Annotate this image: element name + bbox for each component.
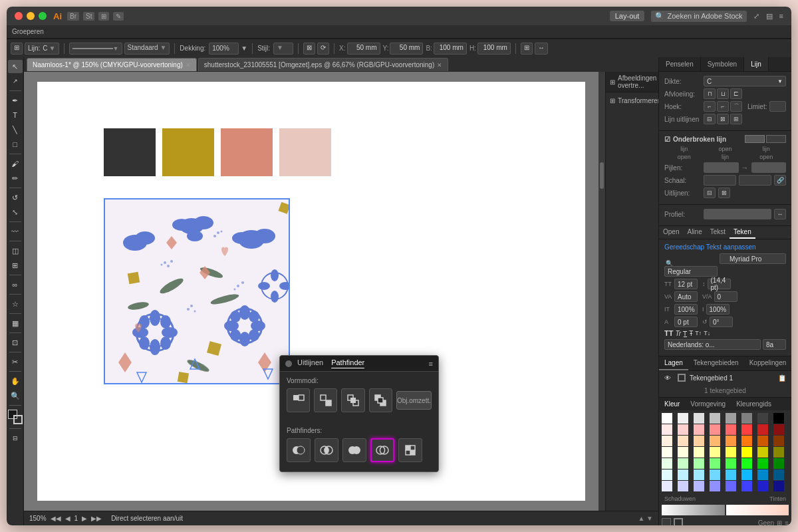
dikte-dropdown[interactable]: C ▼ [704,76,786,86]
color-swatch-item[interactable] [662,481,672,491]
color-swatch-item[interactable] [662,469,672,480]
language-input[interactable]: Nederlands: o... [664,339,761,350]
color-swatch-item[interactable] [710,436,720,446]
bottom-stroke[interactable] [674,518,683,525]
v-scale-input[interactable]: 100% [706,304,730,315]
profiel-btn[interactable]: ↔ [774,209,786,219]
stroke-color[interactable] [13,415,23,424]
color-swatch-item[interactable] [694,469,704,480]
color-swatch-item[interactable] [757,481,768,491]
color-swatch-item[interactable] [741,481,752,491]
lijn-dropdown[interactable]: Lijn: C ▼ [25,43,59,55]
h-scale-input[interactable]: 100% [674,304,698,315]
schaal-input2[interactable] [739,175,771,186]
bottom-fill[interactable] [662,518,671,525]
vm-btn3[interactable] [341,388,364,412]
afv-btn1[interactable]: ⊓ [704,88,716,99]
color-swatch-item[interactable] [662,413,672,424]
color-swatch-item[interactable] [773,458,784,469]
grid-icon[interactable]: ⊞ [98,12,109,21]
color-swatch-item[interactable] [678,436,688,446]
pen-icon[interactable]: ✎ [113,12,124,21]
color-swatch-item[interactable] [757,413,768,424]
mode-btn[interactable]: ⊞ [11,43,23,55]
vm-btn2[interactable] [314,388,337,412]
hoek-btn1[interactable]: ⌐ [704,101,716,112]
color-swatch-item[interactable] [694,413,704,424]
prev-btn[interactable]: ◀ [65,515,70,522]
hoek-btn2[interactable]: ⌐ [717,101,729,112]
color-swatch-item[interactable] [678,447,688,458]
h-input[interactable]: 100 mm [477,43,511,55]
color-swatch-item[interactable] [678,469,688,480]
kleurengids-tab[interactable]: Kleurengids [731,398,777,410]
warp-tool[interactable]: 〰 [8,225,23,238]
color-swatch-item[interactable] [726,481,736,491]
gradient-tool[interactable]: ◫ [8,244,23,257]
color-swatch-item[interactable] [741,458,752,469]
bl-opt2[interactable] [766,135,786,143]
tab-lijn[interactable]: Lijn [744,57,769,71]
omzett-btn[interactable]: Obj.omzett. [396,391,432,410]
vm-btn4[interactable] [369,388,392,412]
pf-btn3[interactable] [342,438,366,462]
pf-btn5[interactable] [398,438,422,462]
bottom-icon2[interactable]: ≡ [785,519,789,526]
uitlijnen-tab[interactable]: Uitlijnen [297,358,323,368]
rotate-input[interactable]: 0° [710,317,733,327]
color-swatch-item[interactable] [741,424,752,435]
slice-tool[interactable]: ✂ [8,355,23,368]
zoom-tool[interactable]: 🔍 [8,389,23,402]
tab-2-close[interactable]: ✕ [437,62,442,68]
tab-1[interactable]: Naamloos-1* @ 150% (CMYK/GPU-voorvertoni… [27,58,197,71]
color-swatch-item[interactable] [726,413,736,424]
artboard-tool[interactable]: ⊡ [8,336,23,349]
color-swatch-item[interactable] [773,469,784,480]
afv-btn3[interactable]: ⊏ [730,88,742,99]
standaard-btn[interactable]: Standaard ▼ [124,43,170,55]
scale-tool[interactable]: ⤡ [8,205,23,219]
menu-icon[interactable]: ≡ [779,12,783,20]
color-swatch-item[interactable] [662,458,672,469]
rotate-tool[interactable]: ↺ [8,191,23,204]
vm-btn1[interactable] [287,388,310,412]
color-swatch-item[interactable] [710,447,720,458]
color-swatch-item[interactable] [757,436,768,446]
pencil-tool[interactable]: ✏ [8,172,23,185]
pf-btn4[interactable] [370,438,394,462]
baseline-input[interactable]: 0 pt [674,317,698,327]
color-swatch-item[interactable] [710,481,720,491]
color-swatch-item[interactable] [710,413,720,424]
color-swatch-item[interactable] [710,469,720,480]
ligatures-input[interactable]: 8a [763,339,786,350]
b-input[interactable]: 100 mm [434,43,467,55]
minimize-button[interactable] [27,12,35,20]
dekking-input[interactable]: 100% [209,43,239,55]
kleur-tab[interactable]: Kleur [659,398,685,410]
type-tool[interactable]: T [8,108,23,122]
color-swatch-item[interactable] [678,458,688,469]
vormgeving-tab[interactable]: Vormgeving [685,398,731,410]
color-swatch-item[interactable] [662,447,672,458]
color-swatch-item[interactable] [678,481,688,491]
uitl-btn2[interactable]: ⊠ [717,114,729,124]
paintbrush-tool[interactable]: 🖌 [8,157,23,170]
x-input[interactable]: 50 mm [347,43,380,55]
teken-btn[interactable]: Teken [730,226,755,239]
color-swatch-item[interactable] [757,447,768,458]
layer-item-1[interactable]: 👁 Tekengebied 1 📋 [659,371,791,384]
color-swatch-item[interactable] [757,458,768,469]
hand-tool[interactable]: ✋ [8,374,23,388]
color-swatch-item[interactable] [741,469,752,480]
extra-btn1[interactable]: ⊞ [521,43,533,55]
schaal-link[interactable]: 🔗 [774,175,786,186]
uitl2-btn2[interactable]: ⊠ [718,188,730,198]
pf-btn2[interactable] [315,438,338,462]
color-swatch-item[interactable] [726,458,736,469]
color-swatch-item[interactable] [694,424,704,435]
next-page-btn[interactable]: ▶▶ [91,515,102,522]
tekst-btn[interactable]: Tekst [706,226,730,239]
transformeren-btn[interactable]: ⊞ Transformeren [610,95,654,106]
kerning-input[interactable]: 0 [714,291,737,302]
shape-tool[interactable]: □ [8,138,23,151]
